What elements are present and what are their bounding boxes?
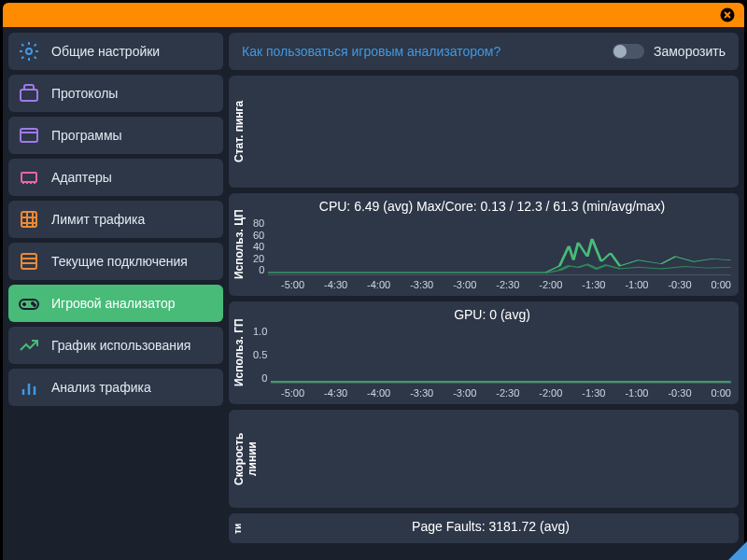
pagefaults-panel: ти Page Faults: 3181.72 (avg): [229, 513, 739, 543]
grid-icon: [18, 208, 40, 231]
sidebar-item-traffic-limit[interactable]: Лимит трафика: [8, 201, 223, 238]
list-icon: [18, 250, 40, 273]
svg-rect-11: [21, 254, 36, 269]
cpu-label: Использ. ЦП: [229, 193, 249, 296]
sidebar-item-label: Общие настройки: [51, 44, 160, 59]
sidebar-item-label: Протоколы: [51, 86, 118, 101]
line-label: Скорость линии: [229, 410, 262, 508]
svg-point-1: [26, 49, 32, 54]
svg-point-18: [34, 304, 35, 306]
top-bar: Как пользоваться игровым анализатором? З…: [229, 33, 739, 70]
freeze-toggle[interactable]: [613, 44, 644, 59]
line-chart-icon: [18, 334, 40, 357]
cpu-y-axis: 80 60 40 20 0: [253, 217, 268, 275]
cpu-x-axis: -5:00-4:30-4:00-3:30-3:00-2:30-2:00-1:30…: [253, 275, 731, 292]
close-button[interactable]: [718, 6, 737, 24]
cpu-title: CPU: 6.49 (avg) Max/Core: 0.13 / 12.3 / …: [253, 197, 731, 217]
pf-title: Page Faults: 3181.72 (avg): [250, 517, 731, 538]
bar-chart-icon: [18, 376, 40, 399]
pf-label: ти: [229, 513, 247, 543]
gpu-x-axis: -5:00-4:30-4:00-3:30-3:00-2:30-2:00-1:30…: [253, 384, 731, 400]
cpu-plot: [268, 217, 731, 275]
svg-rect-6: [21, 212, 36, 227]
sidebar-item-traffic-analysis[interactable]: Анализ трафика: [8, 369, 223, 406]
sidebar-item-game-analyzer[interactable]: Игровой анализатор: [8, 285, 223, 322]
svg-rect-2: [21, 90, 37, 101]
freeze-control: Заморозить: [613, 44, 726, 59]
sidebar-item-usage-graph[interactable]: График использования: [8, 327, 223, 364]
sidebar-item-label: График использования: [51, 338, 190, 353]
sidebar-item-label: Анализ трафика: [51, 380, 151, 395]
sidebar-item-label: Лимит трафика: [51, 212, 145, 227]
protocols-icon: [18, 82, 40, 105]
gpu-title: GPU: 0 (avg): [253, 305, 731, 326]
ping-panel: Стат. пинга: [229, 76, 739, 188]
gpu-panel: Использ. ГП GPU: 0 (avg) 1.0 0.5 0: [229, 301, 739, 404]
gamepad-icon: [18, 292, 40, 315]
cpu-panel: Использ. ЦП CPU: 6.49 (avg) Max/Core: 0.…: [229, 193, 739, 296]
content: Как пользоваться игровым анализатором? З…: [229, 33, 739, 554]
sidebar-item-label: Программы: [51, 128, 122, 143]
gear-icon: [18, 40, 40, 63]
close-icon: [719, 7, 736, 23]
gpu-y-axis: 1.0 0.5 0: [253, 326, 271, 384]
sidebar-item-label: Адаптеры: [51, 170, 112, 185]
sidebar: Общие настройки Протоколы Программы Адап…: [8, 33, 223, 554]
svg-rect-5: [21, 173, 36, 182]
gpu-label: Использ. ГП: [229, 301, 249, 404]
main-container: Общие настройки Протоколы Программы Адап…: [3, 27, 744, 560]
ethernet-icon: [18, 166, 40, 189]
help-link[interactable]: Как пользоваться игровым анализатором?: [242, 44, 500, 59]
sidebar-item-label: Игровой анализатор: [51, 296, 176, 311]
sidebar-item-general[interactable]: Общие настройки: [8, 33, 223, 70]
svg-rect-3: [21, 129, 37, 142]
sidebar-item-connections[interactable]: Текущие подключения: [8, 243, 223, 280]
freeze-label: Заморозить: [654, 44, 726, 59]
gpu-plot: [271, 326, 731, 384]
ping-label: Стат. пинга: [229, 76, 249, 188]
title-bar: [3, 3, 744, 27]
window-icon: [18, 124, 40, 147]
sidebar-item-protocols[interactable]: Протоколы: [8, 75, 223, 112]
sidebar-item-programs[interactable]: Программы: [8, 117, 223, 154]
sidebar-item-adapters[interactable]: Адаптеры: [8, 159, 223, 196]
sidebar-item-label: Текущие подключения: [51, 254, 188, 269]
line-speed-panel: Скорость линии: [229, 410, 739, 508]
